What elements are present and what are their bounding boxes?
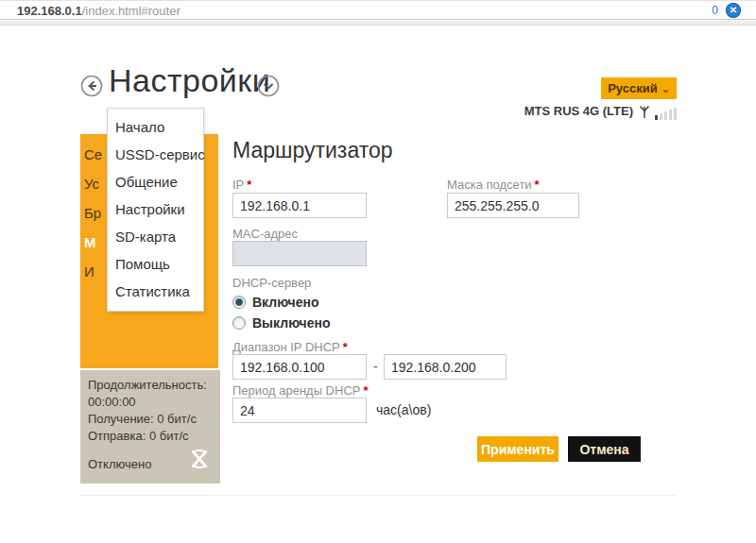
menu-item-statistics[interactable]: Статистика: [108, 278, 203, 305]
menu-item-settings[interactable]: Настройки: [108, 195, 203, 223]
required-asterisk: *: [247, 178, 251, 192]
chevron-down-icon: ⌄: [662, 83, 670, 94]
url-text[interactable]: 192.168.0.1/index.html#router: [17, 4, 180, 18]
browser-divider: [0, 21, 756, 25]
dhcp-range-start-input[interactable]: [232, 354, 367, 380]
required-asterisk: *: [363, 383, 368, 398]
radio-icon[interactable]: [232, 316, 246, 330]
dhcp-disabled-label: Выключено: [252, 315, 330, 331]
menu-item-sdcard[interactable]: SD-карта: [108, 223, 203, 250]
signal-strength-icon: [653, 108, 677, 120]
required-asterisk: *: [535, 178, 540, 192]
dhcp-lease-label: Период аренды DHCP*: [232, 383, 369, 398]
ip-label: IP*: [232, 178, 251, 192]
signal-bar: [660, 113, 662, 120]
range-separator: -: [373, 359, 378, 374]
browser-url-bar[interactable]: 192.168.0.1/index.html#router 0 ✕: [0, 0, 756, 20]
back-button[interactable]: [80, 75, 103, 97]
upload-speed: Отправка: 0 бит/с: [88, 428, 213, 445]
dhcp-enabled-radio[interactable]: Включено: [232, 295, 319, 310]
required-asterisk: *: [343, 340, 348, 354]
router-settings-page: 192.168.0.1/index.html#router 0 ✕ Настро…: [0, 0, 756, 543]
network-status: MTS RUS 4G (LTE): [524, 103, 677, 120]
bottom-divider: [80, 495, 676, 496]
section-menu-toggle[interactable]: [257, 75, 280, 97]
dhcp-enabled-label: Включено: [252, 295, 319, 310]
blocker-icon[interactable]: ✕: [726, 3, 741, 18]
dhcp-lease-input[interactable]: [232, 398, 367, 423]
dhcp-disabled-radio[interactable]: Выключено: [232, 315, 330, 331]
dhcp-server-label: DHCP-сервер: [232, 276, 311, 290]
duration-label: Продолжительность:: [88, 377, 213, 394]
section-dropdown-menu: Начало USSD-сервис Общение Настройки SD-…: [107, 108, 204, 312]
cancel-button[interactable]: Отмена: [568, 436, 641, 462]
ip-input[interactable]: [232, 193, 367, 218]
disconnected-icon: [187, 447, 212, 471]
language-button[interactable]: Русский⌄: [601, 77, 677, 99]
antenna-icon: [638, 104, 651, 120]
signal-bar: [669, 110, 672, 120]
network-name: MTS RUS 4G (LTE): [524, 103, 633, 120]
content-title: Маршрутизатор: [232, 138, 393, 163]
connection-status-panel: Продолжительность: 00:00:00 Получение: 0…: [80, 370, 220, 484]
blocked-count: 0: [712, 4, 718, 17]
menu-item-messaging[interactable]: Общение: [108, 168, 203, 195]
menu-item-ussd[interactable]: USSD-сервис: [108, 141, 203, 168]
chevron-down-circle-icon: [257, 75, 280, 97]
dhcp-range-label: Диапазон IP DHCP*: [232, 340, 348, 354]
url-host: 192.168.0.1: [17, 4, 82, 18]
duration-value: 00:00:00: [88, 394, 213, 411]
apply-button[interactable]: Применить: [477, 436, 558, 462]
language-label: Русский: [608, 81, 658, 95]
mac-address-label: MAC-адрес: [232, 227, 298, 241]
subnet-mask-label: Маска подсети*: [447, 178, 540, 192]
menu-item-home[interactable]: Начало: [108, 113, 203, 141]
signal-bar: [664, 111, 667, 120]
back-arrow-icon: [80, 75, 103, 97]
page-title: Настройки: [109, 62, 270, 99]
dhcp-range-end-input[interactable]: [384, 354, 507, 380]
mac-address-input: [232, 241, 367, 266]
dhcp-lease-unit: час(а\ов): [376, 402, 431, 417]
download-speed: Получение: 0 бит/с: [88, 411, 213, 428]
signal-bar: [655, 115, 658, 120]
url-path: /index.html#router: [82, 4, 180, 18]
subnet-mask-input[interactable]: [447, 193, 579, 218]
signal-bar: [674, 108, 677, 120]
menu-item-help[interactable]: Помощь: [108, 250, 203, 278]
radio-icon[interactable]: [232, 296, 246, 309]
